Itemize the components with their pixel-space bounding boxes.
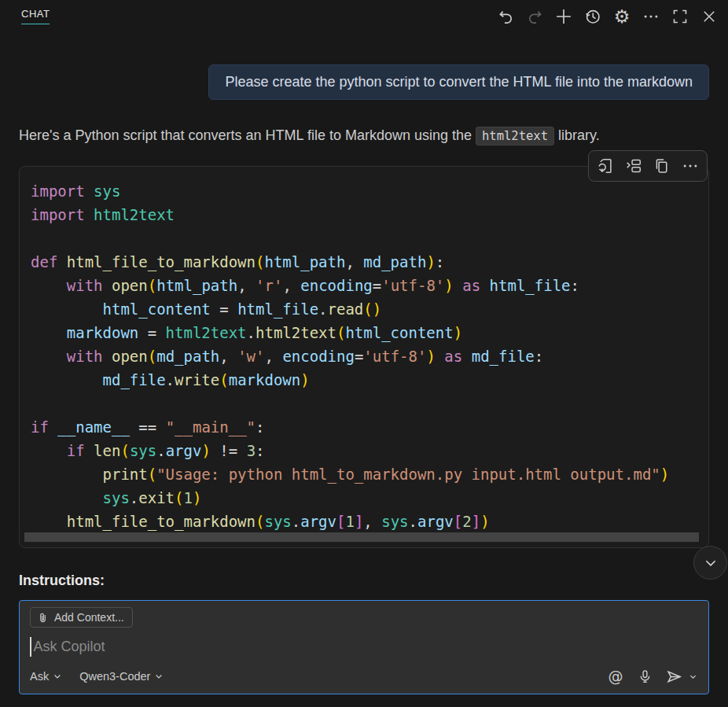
- add-context-label: Add Context...: [54, 611, 124, 624]
- microphone-icon[interactable]: [634, 666, 656, 687]
- instructions-label: Instructions:: [19, 573, 709, 589]
- composer-controls: Ask Qwen3-Coder @: [30, 666, 700, 687]
- titlebar-actions: ⚙: [494, 6, 721, 27]
- user-message-bubble[interactable]: Please create the python script to conve…: [208, 64, 709, 100]
- code-line: md_file.write(markdown): [31, 368, 708, 392]
- code-line: with open(md_path, 'w', encoding='utf-8'…: [31, 344, 708, 368]
- mode-picker[interactable]: Ask: [30, 670, 62, 683]
- scroll-to-bottom-button[interactable]: [693, 546, 727, 580]
- code-line: [31, 226, 708, 250]
- insert-at-cursor-icon[interactable]: [620, 153, 647, 179]
- inline-code-html2text: html2text: [476, 127, 554, 145]
- code-line: if len(sys.argv) != 3:: [31, 439, 708, 462]
- composer-right-controls: @: [605, 666, 700, 687]
- code-block: import sysimport html2text def html_file…: [19, 166, 709, 548]
- code-line: if __name__ == "__main__":: [31, 415, 708, 439]
- history-icon[interactable]: [581, 6, 605, 27]
- chat-input-box[interactable]: Add Context... Ask Copilot Ask Qwen3-Cod…: [19, 600, 709, 694]
- apply-in-editor-icon[interactable]: [592, 153, 619, 179]
- chevron-down-icon: [53, 672, 62, 681]
- text-cursor: [30, 637, 31, 657]
- code-line: def html_file_to_markdown(html_path, md_…: [31, 250, 708, 274]
- model-picker[interactable]: Qwen3-Coder: [79, 670, 164, 683]
- tab-chat[interactable]: CHAT: [21, 8, 50, 24]
- paperclip-icon: [37, 612, 49, 624]
- assistant-response-text: Here's a Python script that converts an …: [19, 126, 709, 145]
- code-line: sys.exit(1): [31, 486, 708, 510]
- assistant-text-before: Here's a Python script that converts an …: [19, 127, 476, 143]
- mention-icon[interactable]: @: [605, 666, 627, 687]
- code-line: print("Usage: python html_to_markdown.py…: [31, 462, 708, 486]
- assistant-text-after: library.: [554, 127, 600, 143]
- chat-text-input[interactable]: Ask Copilot: [30, 635, 698, 658]
- code-line: import sys: [31, 179, 708, 203]
- send-button-group: [663, 666, 700, 687]
- more-actions-icon[interactable]: [639, 6, 663, 27]
- add-context-button[interactable]: Add Context...: [30, 607, 133, 628]
- horizontal-scrollbar[interactable]: [24, 532, 699, 542]
- panel-titlebar: CHAT: [0, 0, 728, 31]
- code-line: html_content = html_file.read(): [31, 297, 708, 321]
- gear-icon[interactable]: ⚙: [610, 6, 634, 27]
- code-line: [31, 392, 708, 415]
- chat-content: Please create the python script to conve…: [0, 64, 728, 589]
- input-placeholder: Ask Copilot: [34, 639, 105, 655]
- send-options-chevron-icon[interactable]: [686, 666, 700, 687]
- model-picker-label: Qwen3-Coder: [79, 670, 150, 683]
- composer-left-controls: Ask Qwen3-Coder: [30, 670, 164, 683]
- code-line: with open(html_path, 'r', encoding='utf-…: [31, 274, 708, 297]
- code-line: import html2text: [31, 203, 708, 226]
- maximize-icon[interactable]: [668, 6, 692, 27]
- send-icon[interactable]: [663, 666, 685, 687]
- code-line: html_file_to_markdown(sys.argv[1], sys.a…: [31, 510, 708, 533]
- user-message-row: Please create the python script to conve…: [19, 64, 709, 100]
- code-block-toolbar: [588, 150, 708, 182]
- code-more-actions-icon[interactable]: [677, 153, 704, 179]
- close-icon[interactable]: [697, 6, 721, 27]
- undo-icon[interactable]: [494, 6, 517, 27]
- mode-picker-label: Ask: [30, 670, 49, 683]
- user-message-text: Please create the python script to conve…: [225, 74, 693, 90]
- chevron-down-icon: [154, 672, 164, 681]
- copy-icon[interactable]: [649, 153, 675, 179]
- code-content: import sysimport html2text def html_file…: [20, 167, 708, 533]
- new-chat-icon[interactable]: [552, 6, 575, 27]
- tab-chat-label: CHAT: [21, 8, 50, 20]
- copilot-chat-panel: CHAT: [0, 0, 728, 707]
- redo-icon[interactable]: [523, 6, 546, 27]
- code-line: markdown = html2text.html2text(html_cont…: [31, 321, 708, 344]
